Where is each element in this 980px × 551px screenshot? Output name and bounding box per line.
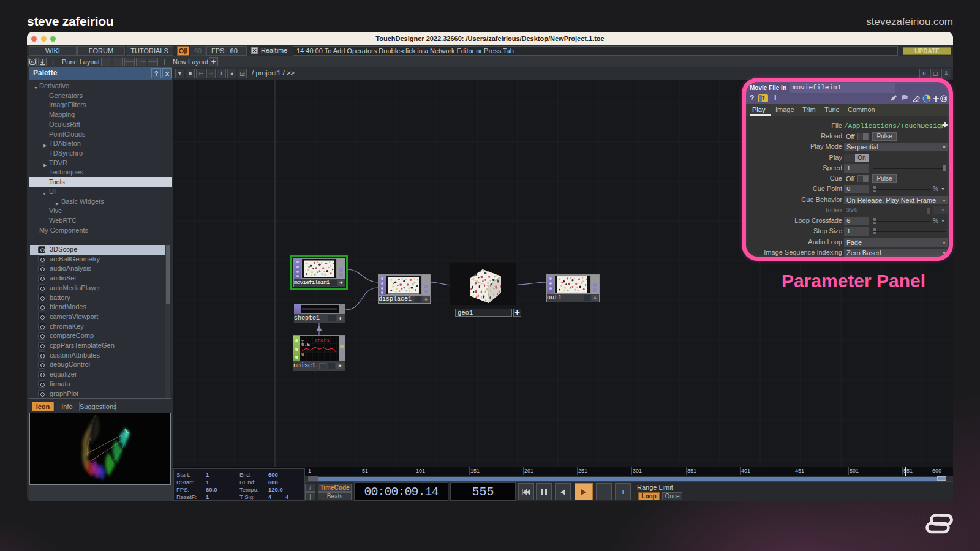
svg-text:chan1: chan1 xyxy=(315,337,330,343)
svg-text:0: 0 xyxy=(301,351,304,357)
